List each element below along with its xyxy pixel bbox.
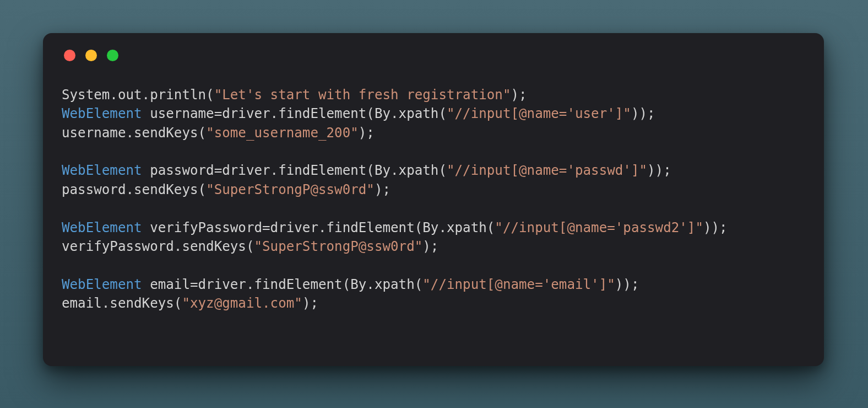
code-token: )); [615, 277, 639, 292]
code-token: WebElement [62, 163, 142, 178]
code-token: )); [703, 220, 728, 235]
code-token: System.out.println( [62, 87, 214, 103]
code-line: password.sendKeys("SuperStrongP@ssw0rd")… [62, 180, 805, 199]
code-token: verifyPassword=driver.findElement(By.xpa… [142, 220, 495, 235]
code-token: )); [631, 106, 655, 121]
zoom-icon[interactable] [107, 50, 118, 61]
code-token: WebElement [62, 220, 142, 235]
code-token: verifyPassword.sendKeys( [62, 239, 254, 254]
code-line [62, 199, 805, 218]
code-line: WebElement password=driver.findElement(B… [62, 161, 805, 180]
code-token: ); [422, 239, 438, 254]
code-token: ); [511, 87, 527, 103]
code-token: "SuperStrongP@ssw0rd" [206, 182, 375, 197]
code-token: "//input[@name='passwd2']" [495, 220, 703, 235]
code-token: ); [375, 182, 390, 197]
code-token: WebElement [62, 277, 142, 292]
code-token: "some_username_200" [206, 125, 359, 141]
code-line: verifyPassword.sendKeys("SuperStrongP@ss… [62, 237, 805, 256]
code-token: email=driver.findElement(By.xpath( [142, 277, 423, 292]
code-line: WebElement verifyPassword=driver.findEle… [62, 218, 805, 237]
code-token: "//input[@name='passwd']" [447, 163, 647, 178]
close-icon[interactable] [64, 50, 75, 61]
code-line: email.sendKeys("xyz@gmail.com"); [62, 294, 805, 313]
code-token: ); [302, 296, 318, 311]
code-token: username=driver.findElement(By.xpath( [142, 106, 447, 121]
code-token: "Let's start with fresh registration" [214, 87, 511, 103]
code-token: "//input[@name='user']" [447, 106, 631, 121]
code-line: WebElement username=driver.findElement(B… [62, 104, 805, 123]
window-controls [64, 50, 805, 61]
minimize-icon[interactable] [85, 50, 97, 61]
code-token: "SuperStrongP@ssw0rd" [254, 239, 423, 254]
code-line: System.out.println("Let's start with fre… [62, 85, 805, 104]
code-line [62, 142, 805, 161]
code-token: WebElement [62, 106, 142, 121]
code-token: ); [359, 125, 375, 141]
code-line: WebElement email=driver.findElement(By.x… [62, 275, 805, 294]
code-line [62, 256, 805, 275]
code-line: username.sendKeys("some_username_200"); [62, 124, 805, 142]
code-token: username.sendKeys( [62, 125, 206, 141]
code-token: password.sendKeys( [62, 182, 206, 197]
code-token: email.sendKeys( [62, 296, 182, 311]
code-token: )); [647, 163, 671, 178]
code-block[interactable]: System.out.println("Let's start with fre… [62, 85, 805, 313]
code-token: "//input[@name='email']" [422, 277, 615, 292]
code-token: password=driver.findElement(By.xpath( [142, 163, 447, 178]
code-editor-window: System.out.println("Let's start with fre… [43, 33, 824, 366]
code-token: "xyz@gmail.com" [182, 296, 302, 311]
